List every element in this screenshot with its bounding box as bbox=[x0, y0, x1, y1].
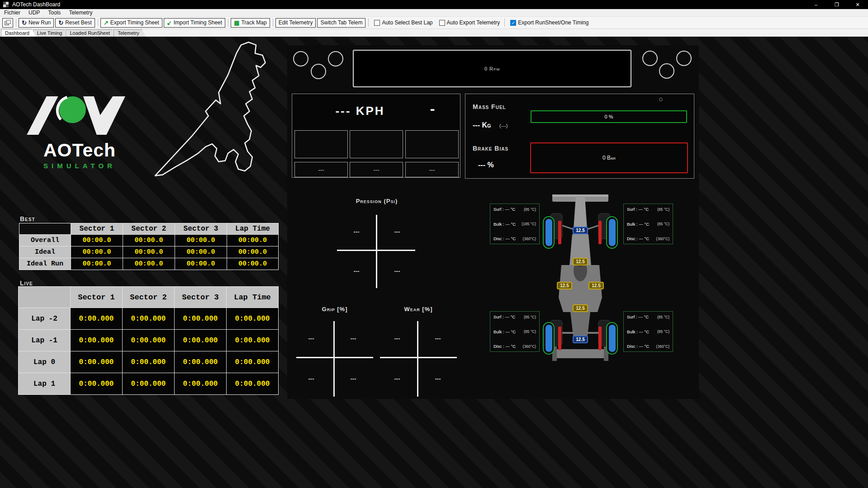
menu-bar: Fichier UDP Tools Telemetry bbox=[0, 9, 868, 17]
fuel-mass-value: --- Kg bbox=[473, 121, 491, 129]
track-map-label: Track Map bbox=[241, 19, 266, 26]
rear-right-temps-box: Surf : --- °C(85 °C) Bulk : --- °C(85 °C… bbox=[623, 311, 673, 352]
status-light bbox=[293, 51, 308, 66]
timing-cell: 0:00.000 bbox=[123, 373, 174, 394]
disc-ref: (360°C) bbox=[656, 344, 669, 349]
disc-temp: Disc : --- °C bbox=[493, 344, 516, 349]
brand-subtitle: SIMULATOR bbox=[24, 162, 136, 170]
rear-right-brake-bar bbox=[598, 327, 602, 350]
toolbar-separator bbox=[273, 19, 273, 27]
timing-cell: 0:00.000 bbox=[227, 308, 278, 329]
tab-telemetry[interactable]: Telemetry bbox=[114, 29, 146, 37]
timing-cell: 0:00.000 bbox=[227, 373, 278, 394]
close-button[interactable]: ✕ bbox=[847, 0, 868, 9]
live-section-label: Live bbox=[20, 280, 33, 287]
toolbar-separator bbox=[228, 19, 228, 27]
menu-telemetry[interactable]: Telemetry bbox=[65, 9, 96, 16]
disc-temp: Disc : --- °C bbox=[493, 236, 516, 241]
new-run-icon: ↻ bbox=[22, 20, 27, 26]
rear-left-temps-box: Surf : --- °C(85 °C) Bulk : --- °C(85 °C… bbox=[490, 311, 540, 352]
timing-cell: 0:00.000 bbox=[123, 308, 174, 329]
switch-tab-telem-button[interactable]: Switch Tab Telem bbox=[317, 18, 365, 28]
timing-cell: 0:00.000 bbox=[71, 351, 122, 373]
bulk-temp: Bulk : --- °C bbox=[493, 222, 516, 227]
timing-cell: 0:00.000 bbox=[123, 351, 174, 373]
fuel-percent-gauge: 0 % bbox=[531, 110, 687, 123]
pression-rear-right: --- bbox=[387, 268, 407, 275]
telemetry-slot-box bbox=[405, 130, 459, 158]
bulk-ref: (85 °C) bbox=[657, 222, 669, 226]
column-header: Sector 2 bbox=[123, 287, 174, 308]
tyre-temp-bar bbox=[545, 325, 552, 352]
front-right-brake-bar bbox=[598, 221, 602, 244]
telemetry-slot-value: --- bbox=[405, 162, 459, 177]
surf-temp: Surf : --- °C bbox=[627, 207, 649, 212]
maximize-button[interactable]: ❐ bbox=[826, 0, 847, 9]
timing-cell: 0:00.000 bbox=[227, 351, 278, 373]
menu-udp[interactable]: UDP bbox=[24, 9, 44, 16]
wear-cross-vertical bbox=[417, 321, 418, 397]
menu-fichier[interactable]: Fichier bbox=[0, 9, 24, 16]
pressure-badge: 12.5 bbox=[573, 304, 588, 312]
status-light bbox=[676, 51, 692, 66]
row-label: Lap 1 bbox=[19, 373, 70, 394]
wear-title: Wear [%] bbox=[391, 306, 446, 313]
pressure-badge-rear: 12.5 bbox=[573, 336, 588, 343]
timing-cell: 0:00.000 bbox=[123, 330, 174, 351]
speed-panel: --- KPH - --- --- --- bbox=[292, 94, 460, 178]
pression-title: Pression (Psi) bbox=[332, 198, 422, 204]
minimize-button[interactable]: – bbox=[806, 0, 826, 9]
tab-loaded-runsheet[interactable]: Loaded RunSheet bbox=[66, 29, 116, 37]
tyre-temp-bar bbox=[545, 219, 552, 246]
bulk-ref: (85 °C) bbox=[524, 329, 536, 334]
row-label: Lap 0 bbox=[19, 351, 70, 373]
timing-cell: 00:00.0 bbox=[227, 258, 278, 270]
auto-select-best-lap-checkbox[interactable]: Auto Select Best Lap bbox=[374, 19, 432, 26]
fuel-laps-value: (---) bbox=[499, 123, 508, 128]
column-header: Sector 3 bbox=[175, 223, 227, 234]
app-window: AOTech DashBoard – ❐ ✕ Fichier UDP Tools… bbox=[0, 0, 868, 488]
timing-cell: 0:00.000 bbox=[71, 330, 122, 351]
grip-rear-left: --- bbox=[301, 375, 321, 382]
edit-telemetry-button[interactable]: Edit Telemetry bbox=[275, 18, 316, 28]
new-run-button[interactable]: ↻ New Run bbox=[19, 18, 54, 28]
menu-tools[interactable]: Tools bbox=[44, 9, 65, 16]
reset-best-label: Reset Best bbox=[65, 19, 92, 26]
auto-export-telemetry-checkbox[interactable]: Auto Export Telemetry bbox=[439, 19, 500, 26]
timing-cell: 00:00.0 bbox=[71, 258, 123, 270]
pressure-badge: 12.5 bbox=[573, 258, 588, 265]
timing-cell: 00:00.0 bbox=[175, 246, 227, 258]
disc-ref: (360°C) bbox=[523, 237, 536, 241]
timing-cell: 0:00.000 bbox=[175, 351, 226, 373]
telemetry-slot-box bbox=[350, 130, 403, 158]
export-runsheet-checkbox[interactable]: ✓ Export RunSheet/One Timing bbox=[510, 19, 588, 26]
rear-right-tyre-indicator bbox=[606, 322, 618, 355]
tab-live-timing[interactable]: Live Timing bbox=[33, 29, 69, 37]
fuel-percent-value: 0 % bbox=[605, 114, 613, 119]
cascade-windows-icon bbox=[5, 20, 11, 25]
disc-ref: (360°C) bbox=[523, 344, 536, 349]
grip-cross-vertical bbox=[333, 321, 335, 397]
bulk-ref: (85 °C) bbox=[657, 329, 669, 334]
dashboard-content: AOTech SIMULATOR Best Sector 1 Sector 2 … bbox=[0, 37, 868, 488]
export-timing-sheet-button[interactable]: ↗ Export Timing Sheet bbox=[100, 18, 162, 28]
import-timing-sheet-button[interactable]: ↙ Import Timing Sheet bbox=[164, 18, 225, 28]
pressure-badge: 12.5 bbox=[588, 282, 604, 289]
window-title: AOTech DashBoard bbox=[12, 1, 60, 8]
grip-title: Grip [%] bbox=[308, 306, 362, 313]
surf-temp: Surf : --- °C bbox=[627, 314, 649, 319]
timing-cell: 00:00.0 bbox=[123, 235, 175, 246]
best-section-label: Best bbox=[20, 215, 35, 223]
table-corner-cell bbox=[19, 223, 71, 234]
timing-cell: 0:00.000 bbox=[175, 308, 226, 329]
window-layout-button[interactable] bbox=[2, 18, 13, 28]
track-map-outline bbox=[145, 39, 280, 184]
column-header: Sector 2 bbox=[123, 223, 175, 234]
rpm-display: 0 Rpm bbox=[353, 50, 631, 87]
toolbar: ↻ New Run ↻ Reset Best ↗ Export Timing S… bbox=[0, 17, 868, 29]
pression-cross-vertical bbox=[376, 215, 377, 288]
tab-dashboard[interactable]: Dashboard bbox=[1, 29, 36, 37]
row-label: Ideal Run bbox=[19, 258, 71, 270]
track-map-button[interactable]: ▦ Track Map bbox=[231, 18, 270, 28]
reset-best-button[interactable]: ↻ Reset Best bbox=[55, 18, 95, 28]
